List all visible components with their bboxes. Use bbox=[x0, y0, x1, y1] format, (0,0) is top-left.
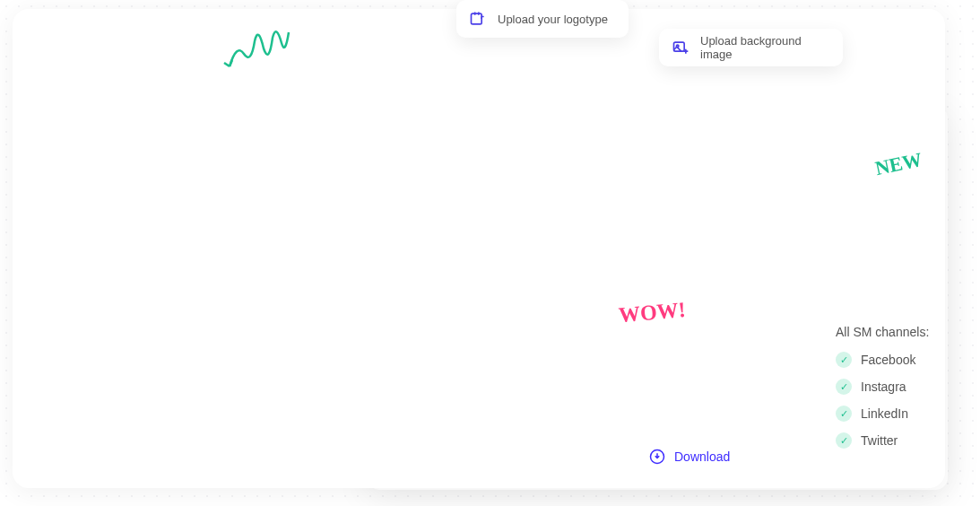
channel-item-linkedin: ✓LinkedIn bbox=[836, 406, 929, 422]
upload-bg-label: Upload background image bbox=[700, 34, 830, 61]
upload-background-button[interactable]: Upload background image bbox=[659, 29, 843, 66]
channel-item-twitter: ✓Twitter bbox=[836, 432, 929, 449]
channels-list: All SM channels: ✓Facebook ✓Instagra ✓Li… bbox=[836, 325, 929, 459]
download-label: Download bbox=[674, 449, 730, 464]
check-icon: ✓ bbox=[836, 379, 852, 395]
check-icon: ✓ bbox=[836, 432, 852, 449]
upload-icon bbox=[469, 10, 487, 28]
check-icon: ✓ bbox=[836, 352, 852, 368]
upload-logo-label: Upload your logotype bbox=[498, 13, 608, 26]
channels-title: All SM channels: bbox=[836, 325, 929, 339]
image-plus-icon bbox=[672, 39, 689, 57]
arrow-doodle bbox=[217, 16, 298, 79]
upload-logotype-button[interactable]: Upload your logotype bbox=[456, 0, 629, 38]
channel-item-facebook: ✓Facebook bbox=[836, 352, 929, 368]
svg-rect-0 bbox=[472, 13, 482, 24]
main-card bbox=[13, 9, 945, 488]
channel-item-instagram: ✓Instagra bbox=[836, 379, 929, 395]
check-icon: ✓ bbox=[836, 406, 852, 422]
download-button[interactable]: Download bbox=[649, 449, 730, 465]
